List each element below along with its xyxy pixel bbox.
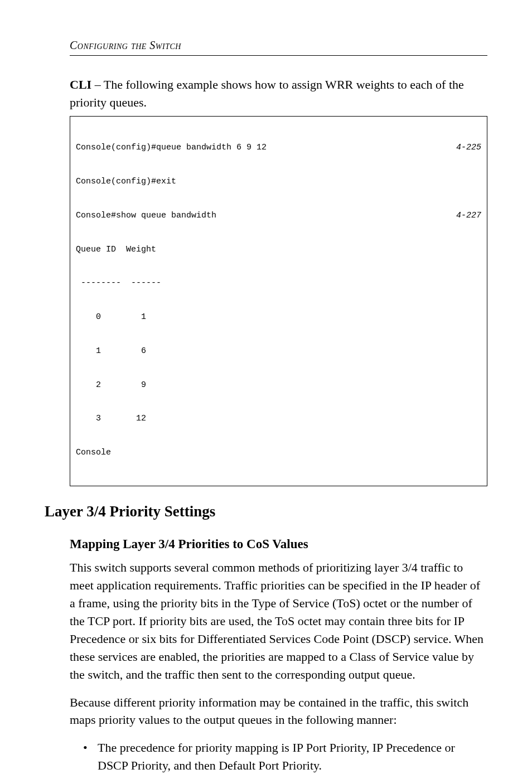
code-line: -------- ------	[76, 278, 481, 289]
section-heading-level3: Mapping Layer 3/4 Priorities to CoS Valu…	[70, 535, 487, 553]
page-container: Configuring the Switch CLI – The followi…	[0, 0, 532, 774]
code-line: Console(config)#exit	[76, 176, 481, 187]
code-command: Console#show queue bandwidth	[76, 210, 216, 221]
running-head: Configuring the Switch	[70, 39, 487, 52]
code-line: 0 1	[76, 312, 481, 323]
code-page-ref: 4-225	[445, 142, 481, 153]
bullet-list: The precedence for priority mapping is I…	[70, 739, 487, 774]
section-heading-level2: Layer 3/4 Priority Settings	[45, 501, 487, 523]
list-item: The precedence for priority mapping is I…	[83, 739, 487, 774]
code-line: Console(config)#queue bandwidth 6 9 12 4…	[76, 142, 481, 153]
intro-paragraph: CLI – The following example shows how to…	[70, 76, 487, 112]
cli-code-block: Console(config)#queue bandwidth 6 9 12 4…	[70, 116, 487, 486]
body-paragraph: Because different priority information m…	[70, 694, 487, 729]
code-line: Console#show queue bandwidth 4-227	[76, 210, 481, 221]
body-paragraph: This switch supports several common meth…	[70, 559, 487, 683]
code-line: Console	[76, 447, 481, 458]
code-page-ref: 4-227	[445, 210, 481, 221]
header-rule	[70, 55, 487, 56]
body-text-area: CLI – The following example shows how to…	[70, 76, 487, 774]
code-line: 3 12	[76, 413, 481, 424]
code-line: 2 9	[76, 380, 481, 391]
code-line: 1 6	[76, 346, 481, 357]
code-command: Console(config)#queue bandwidth 6 9 12	[76, 142, 267, 153]
code-line: Queue ID Weight	[76, 244, 481, 255]
